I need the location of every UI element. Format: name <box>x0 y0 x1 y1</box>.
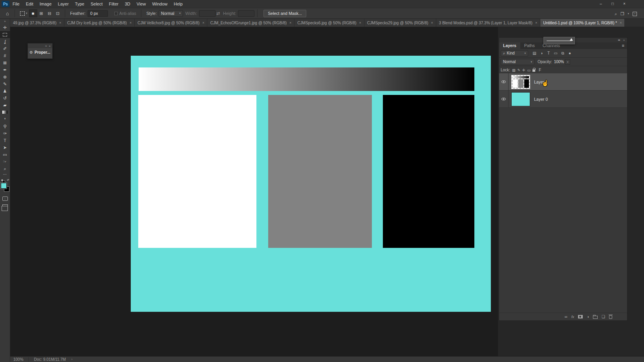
new-layer-icon[interactable]: ❏ <box>602 315 605 319</box>
lock-transparency-icon[interactable]: ▨ <box>512 68 516 72</box>
menu-file[interactable]: File <box>9 0 23 8</box>
delete-layer-icon[interactable] <box>609 315 612 319</box>
tab-layers[interactable]: Layers <box>499 42 520 49</box>
layer-thumbnail[interactable] <box>511 92 530 106</box>
swap-width-height-icon[interactable]: ⇄ <box>216 11 220 16</box>
lock-all-icon[interactable] <box>532 69 535 72</box>
status-expand-icon[interactable]: › <box>71 357 73 361</box>
new-selection-button[interactable]: ■ <box>29 9 37 17</box>
crop-tool[interactable]: # <box>0 52 10 59</box>
menu-help[interactable]: Help <box>171 0 186 8</box>
pen-tool[interactable]: ✑ <box>0 130 10 137</box>
filter-adjustment-layers-icon[interactable]: ◑ <box>538 51 545 55</box>
document-tab[interactable]: CJMSpecks29.jpg @ 50% (RGB/8) × <box>364 19 436 27</box>
chevron-down-icon[interactable]: ▾ <box>628 12 629 15</box>
filter-type-layers-icon[interactable]: T <box>545 51 552 55</box>
document-tab[interactable]: 3 Blend Modes.psd @ 37.3% (Layer 1, Laye… <box>436 19 540 27</box>
layer-row-layer-0[interactable]: Layer 0 <box>499 91 627 108</box>
maximize-button[interactable]: □ <box>607 0 618 7</box>
screen-mode-button[interactable] <box>0 203 10 210</box>
lock-position-icon[interactable]: ✛ <box>522 68 525 72</box>
layer-thumbnail[interactable] <box>511 75 530 89</box>
height-input[interactable] <box>238 10 254 17</box>
history-brush-tool[interactable]: ↺ <box>0 95 10 102</box>
rectangle-tool[interactable]: ▭ <box>0 151 10 158</box>
new-group-icon[interactable] <box>593 316 598 319</box>
panel-collapse-icon[interactable]: ◂▸ <box>618 38 620 42</box>
select-and-mask-button[interactable]: Select and Mask... <box>263 10 306 17</box>
default-colors-icon[interactable] <box>1 179 3 181</box>
tab-close-icon[interactable]: × <box>59 21 61 25</box>
opacity-dropdown-icon[interactable]: ▾ <box>565 59 570 65</box>
brush-tool[interactable]: ✎ <box>0 80 10 87</box>
filter-toggle-icon[interactable]: ● <box>567 51 573 55</box>
lasso-tool[interactable]: ʆ <box>0 38 10 45</box>
tab-close-icon[interactable]: × <box>535 21 537 25</box>
menu-type[interactable]: Type <box>72 0 88 8</box>
visibility-cell[interactable] <box>499 91 509 107</box>
document-tab[interactable]: CJM Vellichor8.jpg @ 50% (RGB/8) × <box>135 19 207 27</box>
document-tab-active[interactable]: Untitled-1.psd @ 100% (Layer 1, RGB/8) *… <box>540 19 625 27</box>
quick-mask-button[interactable]: ◌ <box>0 195 10 202</box>
document-canvas[interactable] <box>131 56 491 312</box>
toolbar-collapse-icon[interactable]: » <box>4 19 5 24</box>
eyedropper-tool[interactable]: ✒ <box>0 66 10 73</box>
tab-close-icon[interactable]: × <box>620 21 622 25</box>
eraser-tool[interactable]: ▰ <box>0 102 10 109</box>
filter-shape-layers-icon[interactable]: ▭ <box>553 51 559 55</box>
add-layer-mask-icon[interactable] <box>578 315 583 318</box>
anti-alias-checkbox[interactable] <box>114 12 118 15</box>
zoom-level-field[interactable]: 100% <box>10 357 28 362</box>
path-selection-tool[interactable]: ➤ <box>0 144 10 151</box>
hand-tool[interactable]: ☞ <box>0 158 10 165</box>
style-select[interactable]: Normal ▾ <box>159 10 183 17</box>
frame-tool[interactable]: ⊠ <box>0 59 10 66</box>
quick-selection-tool[interactable]: ✐ <box>0 45 10 52</box>
subtract-from-selection-button[interactable]: ⊟ <box>46 9 54 17</box>
document-tab[interactable]: 49.jpg @ 37.3% (RGB/8) × <box>10 19 64 27</box>
search-icon[interactable]: ⌕ <box>615 11 617 16</box>
clone-stamp-tool[interactable]: ♟ <box>0 87 10 95</box>
opacity-value[interactable]: 100% <box>554 60 564 64</box>
lock-paint-icon[interactable]: ✎ <box>517 68 520 72</box>
menu-layer[interactable]: Layer <box>55 0 72 8</box>
tab-close-icon[interactable]: × <box>289 21 291 25</box>
filter-smart-objects-icon[interactable]: ⧉ <box>560 51 566 56</box>
foreground-color-swatch[interactable] <box>1 183 7 189</box>
edit-toolbar-icon[interactable]: ⋯ <box>3 172 7 178</box>
tab-paths[interactable]: Paths <box>520 42 539 49</box>
opacity-slider-popup[interactable] <box>543 37 575 44</box>
document-tab[interactable]: CJMSpecks6.jpg @ 50% (RGB/8) × <box>295 19 364 27</box>
swap-colors-icon[interactable]: ⇄ <box>7 178 9 182</box>
properties-panel-body[interactable]: ⚙ Proper... <box>28 48 52 56</box>
menu-image[interactable]: Image <box>37 0 55 8</box>
feather-input[interactable]: 0 px <box>88 10 108 17</box>
menu-window[interactable]: Window <box>149 0 170 8</box>
properties-panel-collapsed[interactable]: » × ⚙ Proper... <box>27 43 53 59</box>
active-tool-preset[interactable]: ▾ <box>20 11 27 16</box>
eye-icon[interactable] <box>501 98 506 100</box>
type-tool[interactable]: T <box>0 137 10 144</box>
tab-close-icon[interactable]: × <box>202 21 204 25</box>
lock-artboard-icon[interactable]: ▭ <box>527 68 531 72</box>
menu-select[interactable]: Select <box>88 0 106 8</box>
menu-filter[interactable]: Filter <box>106 0 121 8</box>
opacity-slider-thumb[interactable] <box>570 38 573 41</box>
panel-menu-icon[interactable]: ≡ <box>622 43 624 48</box>
menu-view[interactable]: View <box>134 0 149 8</box>
workspace-switcher-icon[interactable]: ❐ <box>620 11 624 16</box>
filter-pixel-layers-icon[interactable]: ▤ <box>531 51 538 55</box>
layer-name[interactable]: Layer 0 <box>534 97 548 102</box>
home-icon[interactable]: ⌂ <box>3 11 12 16</box>
layer-row-layer-1[interactable]: Layer 1 ☝ <box>499 73 627 91</box>
tab-close-icon[interactable]: × <box>359 21 361 25</box>
visibility-cell[interactable] <box>499 73 509 90</box>
blend-mode-select[interactable]: Normal ▾ <box>501 59 534 65</box>
width-input[interactable] <box>199 10 216 17</box>
panel-close-icon[interactable]: × <box>623 39 625 42</box>
tab-close-icon[interactable]: × <box>130 21 132 25</box>
move-tool[interactable]: ✛ <box>0 24 10 31</box>
minimize-button[interactable]: – <box>595 0 607 7</box>
intersect-selection-button[interactable]: ⊡ <box>54 9 62 17</box>
tab-close-icon[interactable]: × <box>431 21 433 25</box>
